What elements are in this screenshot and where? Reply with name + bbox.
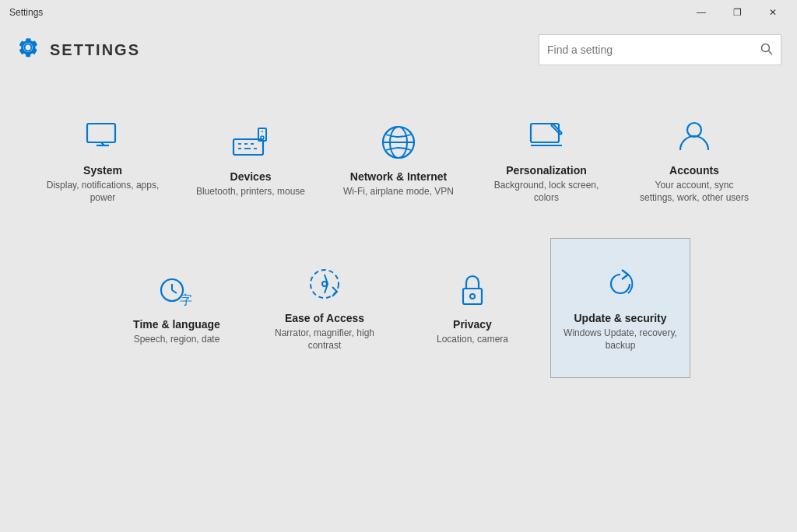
network-icon	[378, 122, 419, 163]
privacy-icon	[452, 270, 493, 310]
setting-item-system[interactable]: System Display, notifications, apps, pow…	[33, 90, 173, 230]
update-icon	[600, 264, 641, 304]
svg-point-32	[470, 294, 475, 299]
accounts-desc: Your account, sync settings, work, other…	[637, 180, 751, 204]
setting-item-devices[interactable]: Devices Bluetooth, printers, mouse	[181, 90, 321, 230]
setting-item-privacy[interactable]: Privacy Location, camera	[402, 238, 542, 378]
header: SETTINGS	[0, 25, 797, 75]
setting-item-accounts[interactable]: Accounts Your account, sync settings, wo…	[624, 90, 764, 230]
system-name: System	[83, 164, 122, 177]
accounts-icon	[674, 116, 714, 156]
setting-item-personalization[interactable]: Personalization Background, lock screen,…	[476, 90, 616, 230]
titlebar: Settings — ❐ ✕	[0, 0, 797, 25]
svg-rect-5	[233, 139, 263, 155]
maximize-button[interactable]: ❐	[719, 0, 755, 25]
header-title: SETTINGS	[50, 41, 140, 59]
personalization-desc: Background, lock screen, colors	[490, 180, 603, 204]
ease-name: Ease of Access	[285, 312, 364, 324]
network-name: Network & Internet	[350, 170, 447, 183]
settings-grid: System Display, notifications, apps, pow…	[0, 75, 797, 394]
time-name: Time & language	[133, 318, 220, 331]
personalization-icon	[526, 116, 567, 156]
setting-item-update[interactable]: Update & security Windows Update, recove…	[550, 238, 690, 378]
setting-item-ease[interactable]: Ease of Access Narrator, magnifier, high…	[255, 238, 395, 378]
setting-item-network[interactable]: Network & Internet Wi-Fi, airplane mode,…	[328, 90, 469, 230]
system-icon	[83, 116, 123, 156]
svg-point-24	[687, 123, 701, 137]
close-button[interactable]: ✕	[755, 0, 791, 25]
update-name: Update & security	[574, 312, 666, 324]
svg-point-13	[261, 136, 264, 139]
gear-icon	[16, 35, 40, 65]
svg-rect-2	[87, 124, 115, 142]
accounts-name: Accounts	[669, 164, 719, 177]
privacy-desc: Location, camera	[437, 334, 508, 346]
devices-desc: Bluetooth, printers, mouse	[196, 186, 305, 198]
svg-line-27	[172, 290, 177, 293]
svg-text:字: 字	[180, 293, 192, 306]
titlebar-title: Settings	[9, 7, 43, 18]
search-icon	[760, 43, 773, 58]
ease-desc: Narrator, magnifier, high contrast	[268, 327, 381, 352]
time-desc: Speech, region, date	[134, 334, 220, 346]
ease-icon	[304, 264, 345, 304]
svg-line-22	[551, 124, 553, 125]
grid-row-2: 字 Time & language Speech, region, date E…	[107, 238, 690, 378]
setting-item-time[interactable]: 字 Time & language Speech, region, date	[107, 238, 247, 378]
devices-name: Devices	[230, 170, 272, 183]
search-input[interactable]	[547, 44, 760, 56]
system-desc: Display, notifications, apps, power	[46, 180, 160, 204]
svg-line-23	[560, 133, 562, 135]
search-box[interactable]	[539, 34, 781, 65]
header-left: SETTINGS	[16, 35, 140, 65]
svg-rect-31	[463, 289, 482, 304]
svg-point-30	[322, 282, 327, 286]
svg-point-0	[762, 44, 770, 51]
devices-icon	[230, 122, 271, 163]
minimize-button[interactable]: —	[683, 0, 719, 25]
network-desc: Wi-Fi, airplane mode, VPN	[343, 186, 454, 198]
titlebar-controls: — ❐ ✕	[683, 0, 791, 25]
personalization-name: Personalization	[506, 164, 586, 177]
svg-line-1	[769, 51, 773, 54]
time-icon: 字	[156, 270, 197, 310]
update-desc: Windows Update, recovery, backup	[564, 327, 677, 352]
grid-row-1: System Display, notifications, apps, pow…	[33, 90, 764, 230]
privacy-name: Privacy	[453, 318, 492, 331]
